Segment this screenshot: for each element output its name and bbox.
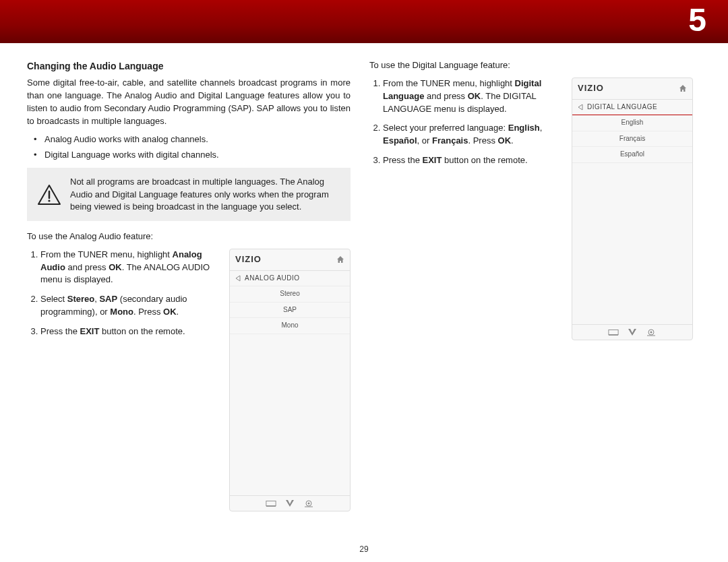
bullet-digital: Digital Language works with digital chan… bbox=[44, 149, 351, 162]
digital-steps: From the TUNER menu, highlight Digital L… bbox=[369, 77, 562, 340]
menu-title-row: DIGITAL LANGUAGE bbox=[572, 100, 692, 116]
warning-note: Not all programs are broadcast in multip… bbox=[27, 168, 351, 221]
digital-instructions-row: From the TUNER menu, highlight Digital L… bbox=[369, 77, 693, 340]
section-heading: Changing the Audio Language bbox=[27, 59, 351, 73]
intro-paragraph: Some digital free-to-air, cable, and sat… bbox=[27, 77, 351, 127]
option-mono[interactable]: Mono bbox=[230, 318, 350, 334]
warning-text: Not all programs are broadcast in multip… bbox=[70, 177, 329, 211]
digital-step-3: Press the EXIT button on the remote. bbox=[383, 154, 562, 167]
analog-use-intro: To use the Analog Audio feature: bbox=[27, 230, 351, 243]
menu-spacer bbox=[230, 334, 350, 495]
option-espanol[interactable]: Español bbox=[572, 147, 692, 163]
chapter-banner: 5 bbox=[0, 0, 728, 43]
option-english[interactable]: English bbox=[572, 115, 692, 131]
back-triangle-icon bbox=[235, 275, 241, 282]
warning-icon bbox=[38, 185, 61, 205]
svg-point-8 bbox=[308, 502, 310, 504]
menu-header: VIZIO bbox=[572, 78, 692, 100]
menu-spacer bbox=[572, 163, 692, 324]
svg-marker-13 bbox=[628, 329, 636, 336]
home-icon bbox=[679, 84, 687, 92]
analog-audio-menu-card: VIZIO ANALOG AUDIO Stereo SAP Mono bbox=[229, 249, 351, 511]
option-francais[interactable]: Français bbox=[572, 131, 692, 148]
back-triangle-icon bbox=[578, 104, 583, 111]
chapter-number: 5 bbox=[688, 1, 706, 38]
menu-footer bbox=[572, 324, 692, 340]
menu-title: DIGITAL LANGUAGE bbox=[587, 102, 657, 113]
svg-rect-4 bbox=[266, 501, 276, 505]
digital-use-intro: To use the Digital Language feature: bbox=[369, 59, 693, 72]
vizio-logo: VIZIO bbox=[578, 82, 604, 95]
menu-title: ANALOG AUDIO bbox=[245, 274, 300, 284]
v-icon bbox=[284, 499, 295, 507]
menu-header: VIZIO bbox=[230, 249, 350, 271]
analog-step-3: Press the EXIT button on the remote. bbox=[40, 325, 220, 338]
digital-language-menu-card: VIZIO DIGITAL LANGUAGE English Français … bbox=[572, 77, 693, 340]
digital-step-2: Select your preferred language: English,… bbox=[383, 122, 562, 148]
svg-marker-3 bbox=[236, 276, 240, 281]
option-sap[interactable]: SAP bbox=[230, 303, 350, 319]
analog-step-2: Select Stereo, SAP (secondary audio prog… bbox=[40, 293, 220, 319]
home-icon bbox=[336, 255, 344, 263]
menu-footer bbox=[230, 495, 350, 511]
svg-point-2 bbox=[48, 199, 50, 201]
svg-rect-11 bbox=[609, 330, 618, 334]
feature-bullets: Analog Audio works with analog channels.… bbox=[27, 133, 351, 162]
v-icon bbox=[627, 328, 638, 336]
svg-marker-6 bbox=[286, 500, 294, 507]
svg-point-15 bbox=[650, 331, 653, 333]
wide-icon bbox=[608, 328, 619, 336]
right-column: To use the Digital Language feature: Fro… bbox=[369, 59, 693, 511]
analog-instructions-row: From the TUNER menu, highlight Analog Au… bbox=[27, 249, 351, 511]
left-column: Changing the Audio Language Some digital… bbox=[27, 59, 351, 511]
svg-marker-10 bbox=[578, 104, 582, 110]
wide-icon bbox=[266, 499, 276, 507]
page-content: Changing the Audio Language Some digital… bbox=[0, 43, 728, 511]
gear-icon bbox=[646, 328, 657, 336]
page-number: 29 bbox=[359, 544, 368, 554]
menu-title-row: ANALOG AUDIO bbox=[230, 271, 350, 287]
bullet-analog: Analog Audio works with analog channels. bbox=[44, 133, 351, 146]
analog-step-1: From the TUNER menu, highlight Analog Au… bbox=[40, 249, 220, 287]
gear-icon bbox=[303, 499, 314, 507]
analog-steps: From the TUNER menu, highlight Analog Au… bbox=[27, 249, 220, 511]
option-stereo[interactable]: Stereo bbox=[230, 286, 350, 303]
digital-step-1: From the TUNER menu, highlight Digital L… bbox=[383, 77, 562, 116]
vizio-logo: VIZIO bbox=[235, 253, 262, 266]
